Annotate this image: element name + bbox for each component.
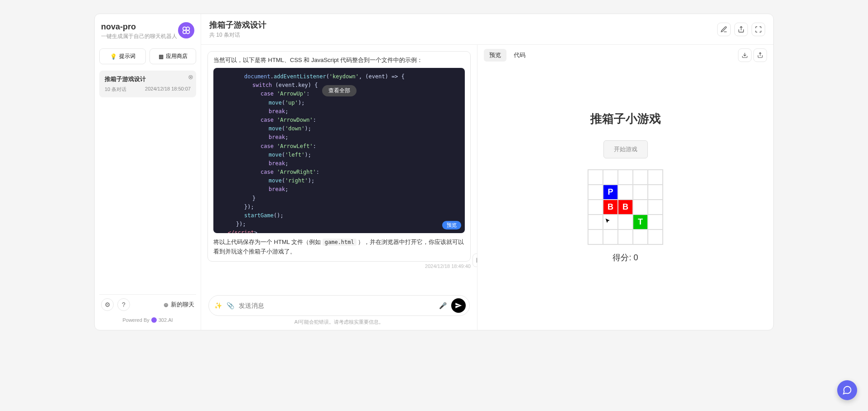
powered-by: Powered By 302.AI (99, 315, 196, 325)
assistant-message: 当然可以，以下是将 HTML、CSS 和 JavaScript 代码整合到一个文… (207, 51, 471, 262)
preview-body: 推箱子小游戏 开始游戏 PBBT 得分: 0 (477, 66, 773, 330)
share-preview-button[interactable] (753, 48, 767, 62)
brand-subtitle: 一键生成属于自己的聊天机器人 (101, 33, 177, 40)
page-title: 推箱子游戏设计 (209, 19, 266, 30)
brand-title: nova-pro (101, 22, 177, 32)
send-button[interactable] (451, 298, 466, 313)
help-icon[interactable]: ? (117, 298, 130, 311)
svg-point-0 (183, 27, 186, 30)
magic-icon[interactable]: ✨ (214, 302, 222, 309)
game-cell[interactable] (588, 200, 603, 215)
game-cell[interactable]: B (603, 200, 618, 215)
game-cell[interactable] (618, 229, 633, 244)
main: 推箱子游戏设计 共 10 条对话 当然可以，以下是将 HTML、CSS 和 Ja… (201, 14, 773, 330)
game-cell[interactable] (633, 200, 648, 215)
brand-dot-icon (151, 317, 157, 323)
conversation-timestamp: 2024/12/18 18:50:07 (145, 86, 191, 93)
game-score: 得分: 0 (612, 252, 638, 263)
expand-code-button[interactable]: 查看全部 (322, 85, 357, 96)
outro-code: game.html (323, 239, 357, 246)
lightbulb-icon: 💡 (110, 53, 117, 60)
game-cell[interactable] (633, 185, 648, 200)
tab-code[interactable]: 代码 (508, 49, 531, 62)
close-icon[interactable]: ⊗ (188, 73, 193, 81)
edit-button[interactable] (717, 23, 731, 36)
chat-scroll[interactable]: 当然可以，以下是将 HTML、CSS 和 JavaScript 代码整合到一个文… (201, 45, 477, 291)
game-cell[interactable] (603, 229, 618, 244)
game-cell[interactable]: B (618, 200, 633, 215)
prompt-button[interactable]: 💡 提示词 (99, 48, 146, 64)
game-cell[interactable] (648, 170, 663, 185)
preview-column: 预览 代码 推箱子小游戏 开始游戏 PBBT 得分: 0 (477, 45, 773, 330)
app-shell: nova-pro 一键生成属于自己的聊天机器人 💡 提示词 ▦ 应用商店 推箱子… (94, 14, 774, 330)
game-cell[interactable] (588, 185, 603, 200)
game-cell[interactable] (633, 229, 648, 244)
powered-brand: 302.AI (159, 317, 173, 323)
code-wrapper: document.addEventListener('keydown', (ev… (213, 68, 465, 233)
outro-before: 将以上代码保存为一个 HTML 文件（例如 (213, 239, 323, 245)
mic-icon[interactable]: 🎤 (439, 302, 447, 309)
header: 推箱子游戏设计 共 10 条对话 (201, 14, 773, 45)
score-value: 0 (634, 253, 638, 262)
start-game-button[interactable]: 开始游戏 (603, 140, 648, 158)
tab-preview[interactable]: 预览 (484, 49, 506, 62)
brand-logo-icon (178, 22, 194, 38)
preview-badge-button[interactable]: 预览 (442, 221, 461, 229)
new-chat-button[interactable]: ⊕ 新的聊天 (164, 301, 194, 309)
content: 当然可以，以下是将 HTML、CSS 和 JavaScript 代码整合到一个文… (201, 45, 773, 330)
input-row: ✨ 📎 🎤 AI可能会犯错误。请考虑核实重要信息。 (201, 291, 477, 330)
game-title: 推箱子小游戏 (590, 111, 661, 127)
new-chat-label: 新的聊天 (171, 301, 194, 309)
game-cell[interactable] (588, 215, 603, 229)
game-cell[interactable] (648, 215, 663, 229)
brand-row: nova-pro 一键生成属于自己的聊天机器人 (99, 19, 196, 44)
sidebar-buttons: 💡 提示词 ▦ 应用商店 (99, 48, 196, 64)
game-cell[interactable] (648, 200, 663, 215)
settings-icon[interactable]: ⚙ (101, 298, 114, 311)
disclaimer: AI可能会犯错误。请考虑核实重要信息。 (208, 319, 470, 325)
powered-prefix: Powered By (122, 317, 149, 323)
svg-point-3 (186, 30, 189, 33)
game-cell[interactable] (618, 170, 633, 185)
game-cell[interactable] (603, 215, 618, 229)
game-cell[interactable] (618, 185, 633, 200)
conversation-meta: 10 条对话 2024/12/18 18:50:07 (105, 86, 191, 93)
message-action-button[interactable] (473, 253, 477, 267)
conversation-title: 推箱子游戏设计 (105, 75, 191, 83)
page-subtitle: 共 10 条对话 (209, 31, 266, 39)
message-outro: 将以上代码保存为一个 HTML 文件（例如 game.html ），并在浏览器中… (213, 238, 465, 257)
grid-icon: ▦ (159, 53, 164, 60)
game-cell[interactable] (588, 229, 603, 244)
score-label: 得分: (612, 253, 633, 262)
input-box: ✨ 📎 🎤 (208, 295, 470, 316)
game-cell[interactable] (603, 170, 618, 185)
svg-point-1 (186, 27, 189, 30)
expand-button[interactable] (752, 23, 765, 36)
message-input[interactable] (239, 302, 434, 309)
conversation-count: 10 条对话 (105, 86, 126, 93)
attach-icon[interactable]: 📎 (227, 302, 234, 309)
download-button[interactable] (738, 48, 752, 62)
app-store-button[interactable]: ▦ 应用商店 (149, 48, 196, 64)
message-timestamp: 2024/12/18 18:49:40 (207, 263, 471, 269)
game-cell[interactable] (648, 229, 663, 244)
brand-text: nova-pro 一键生成属于自己的聊天机器人 (101, 22, 177, 40)
preview-tabs: 预览 代码 (477, 45, 773, 66)
sidebar: nova-pro 一键生成属于自己的聊天机器人 💡 提示词 ▦ 应用商店 推箱子… (95, 14, 201, 330)
game-cell[interactable] (588, 170, 603, 185)
game-grid[interactable]: PBBT (588, 169, 663, 245)
prompt-button-label: 提示词 (119, 53, 135, 60)
conversation-item[interactable]: 推箱子游戏设计 10 条对话 2024/12/18 18:50:07 ⊗ (99, 71, 196, 97)
header-text: 推箱子游戏设计 共 10 条对话 (209, 19, 266, 39)
plus-icon: ⊕ (164, 301, 169, 308)
share-button[interactable] (734, 23, 748, 36)
game-cell[interactable] (648, 185, 663, 200)
header-actions (717, 23, 765, 36)
svg-point-2 (183, 30, 186, 33)
game-cell[interactable]: P (603, 185, 618, 200)
game-cell[interactable] (618, 215, 633, 229)
game-cell[interactable]: T (633, 215, 648, 229)
chat-column: 当然可以，以下是将 HTML、CSS 和 JavaScript 代码整合到一个文… (201, 45, 477, 330)
sidebar-bottom: ⚙ ? ⊕ 新的聊天 Powered By 302.AI (99, 294, 196, 325)
game-cell[interactable] (633, 170, 648, 185)
